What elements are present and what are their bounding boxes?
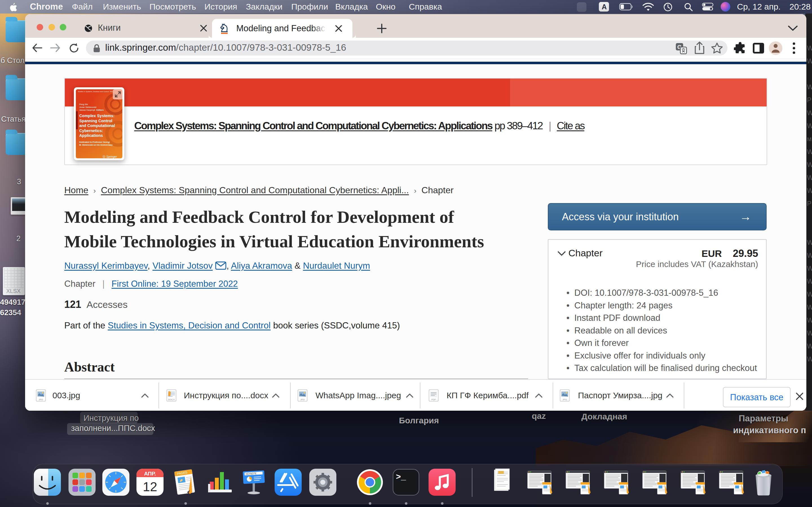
svg-text:>_: >_ [396,472,406,482]
svg-text:12: 12 [143,480,157,494]
svg-text:АПР.: АПР. [144,471,156,476]
